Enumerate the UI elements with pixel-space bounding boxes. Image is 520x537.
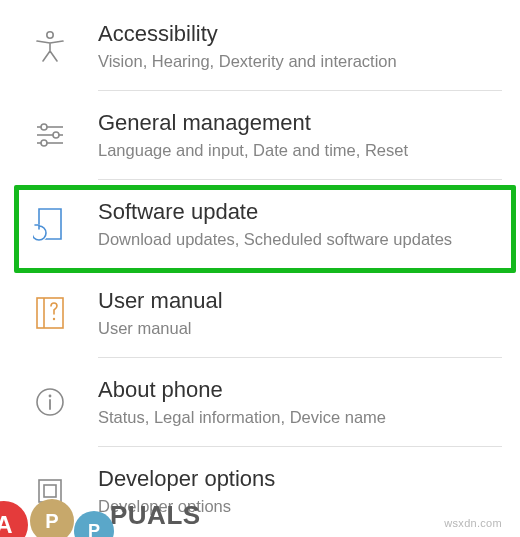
settings-item-software-update[interactable]: Software update Download updates, Schedu…: [0, 180, 520, 268]
info-icon: [30, 382, 70, 422]
item-subtitle: User manual: [98, 318, 500, 339]
svg-point-12: [49, 395, 52, 398]
item-text: User manual User manual: [98, 287, 500, 339]
watermark-right: wsxdn.com: [444, 517, 502, 529]
item-subtitle: Language and input, Date and time, Reset: [98, 140, 500, 161]
item-text: General management Language and input, D…: [98, 109, 500, 161]
manual-icon: [30, 293, 70, 333]
item-title: General management: [98, 109, 500, 138]
item-subtitle: Download updates, Scheduled software upd…: [98, 229, 500, 250]
item-title: User manual: [98, 287, 500, 316]
svg-point-4: [41, 124, 47, 130]
svg-rect-8: [37, 298, 63, 328]
watermark-circle-tan: P: [30, 499, 74, 537]
settings-item-about-phone[interactable]: About phone Status, Legal information, D…: [0, 358, 520, 446]
svg-point-6: [41, 140, 47, 146]
item-title: About phone: [98, 376, 500, 405]
watermark-left-text: PUALS: [110, 500, 201, 531]
item-subtitle: Status, Legal information, Device name: [98, 407, 500, 428]
item-title: Accessibility: [98, 20, 500, 49]
sliders-icon: [30, 115, 70, 155]
item-subtitle: Vision, Hearing, Dexterity and interacti…: [98, 51, 500, 72]
settings-item-accessibility[interactable]: Accessibility Vision, Hearing, Dexterity…: [0, 2, 520, 90]
settings-item-general-management[interactable]: General management Language and input, D…: [0, 91, 520, 179]
accessibility-icon: [30, 26, 70, 66]
item-text: Software update Download updates, Schedu…: [98, 198, 500, 250]
settings-list: Accessibility Vision, Hearing, Dexterity…: [0, 0, 520, 535]
watermark-left: A P P PUALS: [0, 489, 201, 537]
item-text: About phone Status, Legal information, D…: [98, 376, 500, 428]
svg-point-10: [53, 318, 55, 320]
svg-point-5: [53, 132, 59, 138]
software-update-icon: [30, 204, 70, 244]
watermark-circle-red: A: [0, 501, 28, 537]
settings-item-user-manual[interactable]: User manual User manual: [0, 269, 520, 357]
svg-point-0: [47, 32, 53, 38]
item-title: Software update: [98, 198, 500, 227]
watermark-circle-blue: P: [74, 511, 114, 537]
item-text: Accessibility Vision, Hearing, Dexterity…: [98, 20, 500, 72]
